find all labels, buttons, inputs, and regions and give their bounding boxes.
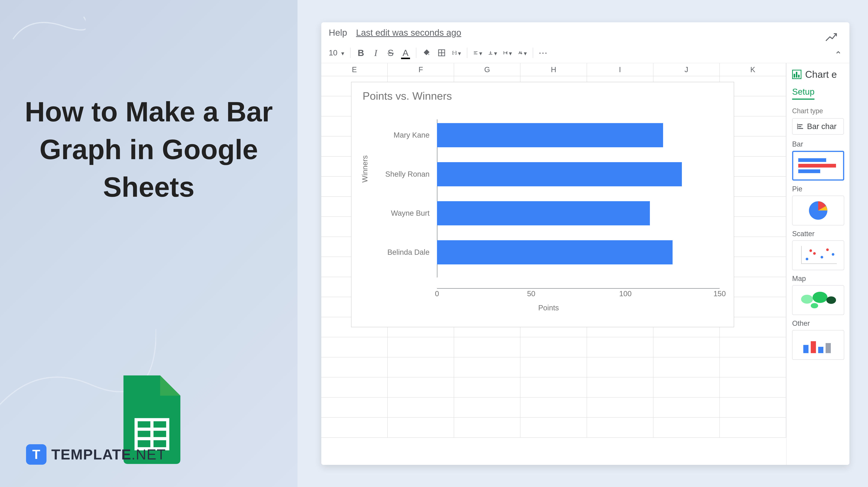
column-header[interactable]: J (653, 63, 720, 76)
bar-category-label: Wayne Burt (370, 209, 430, 217)
svg-point-24 (832, 253, 834, 256)
svg-point-26 (801, 295, 813, 304)
h-align-icon[interactable] (473, 48, 482, 57)
svg-point-22 (820, 256, 823, 258)
chart-type-selector[interactable]: Bar char (792, 118, 844, 134)
embedded-chart[interactable]: Points vs. Winners Winners Mary KaneShel… (351, 82, 734, 327)
column-header[interactable]: K (720, 63, 786, 76)
v-align-icon[interactable] (488, 48, 497, 57)
svg-point-25 (809, 249, 812, 252)
bar-category-label: Mary Kane (370, 131, 430, 139)
bar-fill (437, 123, 663, 147)
last-edit-link[interactable]: Last edit was seconds ago (356, 28, 461, 38)
svg-rect-14 (798, 124, 802, 125)
text-rotation-icon[interactable] (518, 48, 527, 57)
column-header[interactable]: E (321, 63, 388, 76)
more-icon[interactable]: ⋯ (539, 48, 548, 57)
text-color-icon[interactable]: A (401, 48, 410, 57)
bar-category-label: Shelly Ronan (370, 170, 430, 178)
column-header[interactable]: I (587, 63, 653, 76)
google-sheets-window: Help Last edit was seconds ago 10 B I S … (321, 22, 849, 465)
italic-icon[interactable]: I (371, 48, 380, 57)
chart-editor-panel: Chart e Setup Chart type Bar char Bar Pi… (786, 63, 849, 465)
column-header[interactable]: F (388, 63, 454, 76)
left-panel: How to Make a Bar Graph in Google Sheets… (0, 0, 298, 487)
section-scatter-label: Scatter (792, 230, 844, 238)
menu-bar: Help Last edit was seconds ago (321, 22, 849, 43)
section-bar-label: Bar (792, 140, 844, 148)
bold-icon[interactable]: B (356, 48, 365, 57)
svg-point-23 (826, 248, 829, 251)
x-axis-label: Points (538, 304, 559, 312)
strikethrough-icon[interactable]: S (386, 48, 395, 57)
svg-rect-31 (811, 341, 816, 353)
section-map-label: Map (792, 275, 844, 283)
trend-icon[interactable] (825, 31, 838, 44)
svg-point-29 (811, 303, 818, 308)
spreadsheet-grid[interactable]: EFGHIJK Points vs. Winners Winners Mary … (321, 63, 786, 465)
chart-title: Points vs. Winners (351, 82, 734, 110)
chart-type-pie[interactable] (792, 195, 844, 225)
column-header[interactable]: H (521, 63, 587, 76)
chart-type-label: Chart type (792, 107, 844, 115)
fill-color-icon[interactable] (422, 48, 431, 57)
brand-icon: T (26, 444, 46, 465)
tutorial-title: How to Make a Bar Graph in Google Sheets (24, 93, 273, 206)
bar-fill (437, 162, 682, 186)
chart-type-scatter[interactable] (792, 240, 844, 270)
collapse-toolbar-icon[interactable]: ⌃ (835, 50, 842, 60)
y-axis-label: Winners (361, 155, 369, 183)
chart-editor-title: Chart e (805, 69, 837, 80)
font-size-selector[interactable]: 10 (329, 48, 344, 57)
toolbar: 10 B I S A (321, 43, 849, 63)
svg-rect-15 (798, 126, 801, 127)
x-tick: 150 (713, 290, 726, 298)
tab-setup[interactable]: Setup (792, 87, 814, 100)
column-header[interactable]: G (454, 63, 521, 76)
svg-point-27 (813, 292, 828, 303)
section-other-label: Other (792, 319, 844, 328)
bar-fill (437, 201, 650, 225)
x-tick: 50 (527, 290, 535, 298)
borders-icon[interactable] (437, 48, 446, 57)
svg-rect-30 (803, 345, 808, 353)
chart-type-bar[interactable] (792, 151, 844, 181)
bar-category-label: Belinda Dale (370, 248, 430, 256)
svg-rect-33 (826, 343, 831, 353)
brand-logo: T TEMPLATE.NET (26, 444, 166, 465)
merge-cells-icon[interactable] (452, 48, 461, 57)
bar-fill (437, 240, 673, 265)
menu-help[interactable]: Help (329, 28, 347, 38)
chart-type-other[interactable] (792, 330, 844, 360)
text-wrap-icon[interactable] (503, 48, 512, 57)
svg-rect-32 (818, 347, 824, 353)
svg-point-20 (806, 258, 808, 260)
x-tick: 100 (619, 290, 632, 298)
section-pie-label: Pie (792, 185, 844, 193)
svg-rect-16 (798, 128, 803, 129)
svg-point-21 (813, 252, 816, 255)
chart-type-map[interactable] (792, 285, 844, 315)
x-tick: 0 (435, 290, 439, 298)
chart-editor-icon (792, 70, 801, 79)
svg-point-28 (826, 296, 836, 304)
